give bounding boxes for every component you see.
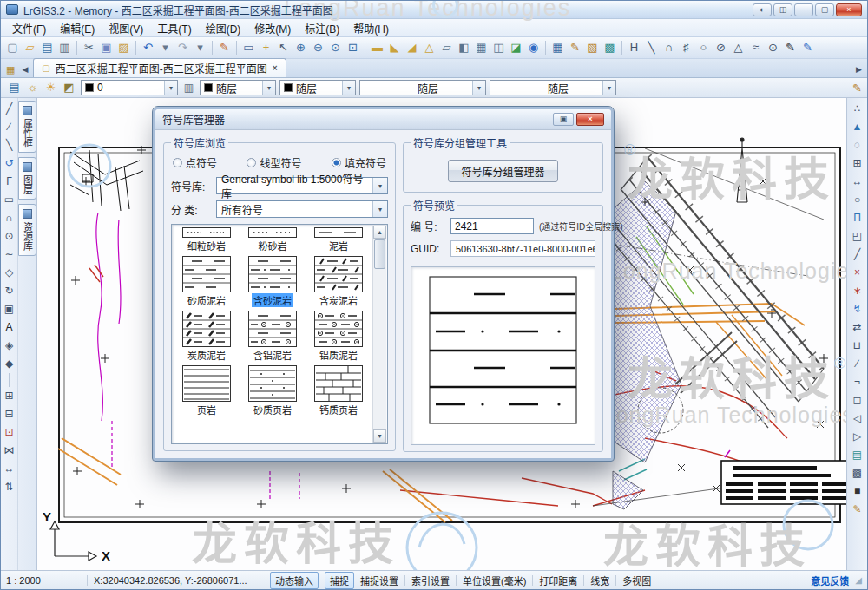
close-button[interactable]: × xyxy=(836,3,862,16)
node-add-icon[interactable]: ⊞ xyxy=(2,387,17,405)
node-swap-icon[interactable]: ⇅ xyxy=(2,478,17,496)
menu-tools[interactable]: 工具(T) xyxy=(151,19,197,37)
document-tab[interactable]: ▢ 西二区采掘工程平面图-西二区采掘工程平面图 × xyxy=(33,58,286,77)
menu-file[interactable]: 文件(F) xyxy=(6,19,52,37)
copy-object-icon[interactable]: ▱ xyxy=(438,40,455,56)
section-tool-icon[interactable]: △ xyxy=(421,40,437,56)
symbol-list[interactable]: 细粒砂岩 粉砂岩 泥岩 xyxy=(171,224,388,444)
pan-icon[interactable]: + xyxy=(258,40,274,56)
dock-tab-resources[interactable]: 资源库 xyxy=(18,204,36,256)
table-icon[interactable]: ▦ xyxy=(549,40,566,56)
swap-direction-icon[interactable]: ⇄ xyxy=(850,318,865,337)
paste-icon[interactable]: ▨ xyxy=(115,40,132,56)
library-combo[interactable]: General symbol lib 1:5000符号库 ▾ xyxy=(216,177,388,194)
rotate-tool-icon[interactable]: ↻ xyxy=(2,282,17,300)
offset-object-icon[interactable]: ◫ xyxy=(490,40,507,56)
open-file-icon[interactable]: ▱ xyxy=(22,40,38,56)
menu-edit[interactable]: 编辑(E) xyxy=(54,19,101,37)
slash-tool-icon[interactable]: ∕ xyxy=(850,355,865,373)
zoom-out-icon[interactable]: ⊖ xyxy=(310,40,326,56)
snap-points-icon[interactable]: ∴ xyxy=(850,100,865,118)
multiview-toggle[interactable]: 多视图 xyxy=(622,574,651,587)
chevron-down-icon[interactable]: ▾ xyxy=(372,178,387,193)
dialog-close-button[interactable]: × xyxy=(576,113,604,126)
corner-tool-icon[interactable]: ¬ xyxy=(850,373,865,391)
cut-icon[interactable]: ✂ xyxy=(81,40,97,56)
chevron-down-icon[interactable]: ▾ xyxy=(372,201,387,217)
chevron-down-icon[interactable]: ▾ xyxy=(472,81,485,95)
index-settings-button[interactable]: 索引设置 xyxy=(411,574,450,587)
symbol-item[interactable]: 含铝泥岩 xyxy=(241,311,304,362)
region-tool-icon[interactable]: ◰ xyxy=(850,227,865,246)
profile-tool-icon[interactable]: ◢ xyxy=(404,40,420,56)
symbol-item[interactable]: 含炭泥岩 xyxy=(307,256,370,307)
scroll-down-icon[interactable]: ▼ xyxy=(373,429,386,442)
dialog-titlebar[interactable]: 符号库管理器 ▣ × xyxy=(155,109,611,130)
draw-rail-icon[interactable]: ♯ xyxy=(678,40,694,56)
rows-tool-icon[interactable]: ▤ xyxy=(850,446,865,464)
maximize-button[interactable]: ▢ xyxy=(815,3,834,16)
rect-hollow-icon[interactable]: ◻ xyxy=(850,391,865,410)
symbol-id-input[interactable] xyxy=(450,218,534,234)
layer-freeze-icon[interactable]: ☀ xyxy=(43,80,59,96)
circle-select-icon[interactable]: ○ xyxy=(850,191,865,209)
tab-scroll-right-icon[interactable]: ▶ xyxy=(854,65,864,77)
undo-options-icon[interactable]: ▾ xyxy=(157,40,174,56)
symbol-item[interactable]: 炭质泥岩 xyxy=(175,311,238,362)
info-icon[interactable]: ◉ xyxy=(525,40,542,56)
window-switch-button[interactable]: ◫ xyxy=(773,3,792,16)
edit-pen-icon[interactable]: ✎ xyxy=(850,501,865,519)
draw-point-icon[interactable]: ⊙ xyxy=(765,40,781,56)
fill-solid-icon[interactable]: ■ xyxy=(850,482,865,501)
zoom-scale-icon[interactable]: ⊡ xyxy=(345,40,361,56)
hatch-solid-icon[interactable]: ◆ xyxy=(2,355,17,373)
radio-line-symbol[interactable]: 线型符号 xyxy=(247,155,301,170)
symbol-item[interactable]: 钙质页岩 xyxy=(307,365,370,416)
gate-tool-icon[interactable]: Π xyxy=(850,209,865,227)
linetype-combo[interactable]: 随层 ▾ xyxy=(359,80,486,95)
object-properties-icon[interactable]: ◪ xyxy=(508,40,524,56)
undo-node-icon[interactable]: ↺ xyxy=(2,154,17,173)
layer-visible-icon[interactable]: ☼ xyxy=(24,80,41,96)
radio-fill-symbol[interactable]: 填充符号 xyxy=(332,155,386,170)
symbol-item[interactable]: 铝质泥岩 xyxy=(307,311,370,362)
symbol-item-selected[interactable]: 含砂泥岩 xyxy=(241,256,304,307)
measure-distance-icon[interactable]: ▬ xyxy=(369,40,385,56)
snap-toggle[interactable]: 捕捉 xyxy=(325,572,354,589)
tab-group-icon[interactable]: ▦ xyxy=(4,64,16,77)
layer-lock-icon[interactable]: ◩ xyxy=(61,80,77,96)
edit-pencil-icon[interactable]: ✎ xyxy=(852,82,862,95)
minimize-button[interactable]: ─ xyxy=(794,3,813,16)
tab-close-icon[interactable]: × xyxy=(273,63,278,73)
symbol-item[interactable]: 页岩 xyxy=(175,365,238,416)
lineweight-combo[interactable]: 随层 ▾ xyxy=(490,80,616,95)
print-icon[interactable]: ▥ xyxy=(56,40,73,56)
ortho-line-icon[interactable]: Γ xyxy=(2,173,17,191)
symbol-item[interactable]: 砂质页岩 xyxy=(241,365,304,416)
redo-icon[interactable]: ↷ xyxy=(174,40,191,56)
chevron-down-icon[interactable]: ▾ xyxy=(342,81,355,95)
feedback-link[interactable]: 意见反馈 xyxy=(811,574,849,587)
window-titlebar[interactable]: LongRuan Technologies LrGIS3.2 - Memory … xyxy=(1,1,867,19)
node-remove-icon[interactable]: ⊟ xyxy=(2,405,17,423)
triangulate-icon[interactable]: ▲ xyxy=(850,118,865,136)
draw-polyline-icon[interactable]: ╲ xyxy=(643,40,660,56)
insert-image-icon[interactable]: ▣ xyxy=(2,300,17,318)
mirror-object-icon[interactable]: ◧ xyxy=(456,40,472,56)
lineweight-toggle[interactable]: 线宽 xyxy=(590,574,609,587)
dynamic-input-toggle[interactable]: 动态输入 xyxy=(270,572,319,589)
grid-tool-icon[interactable]: ⊞ xyxy=(850,154,865,173)
symbol-list-scrollbar[interactable]: ▲ ▼ xyxy=(372,226,386,442)
draw-ellipse-icon[interactable]: ⊘ xyxy=(713,40,729,56)
array-object-icon[interactable]: ▦ xyxy=(473,40,490,56)
layer-combo[interactable]: 0 ▾ xyxy=(81,80,178,95)
fill-dense-icon[interactable]: ▩ xyxy=(850,464,865,482)
chevron-down-icon[interactable]: ▾ xyxy=(164,81,177,95)
slope-line-icon[interactable]: ╱ xyxy=(850,246,865,264)
draw-clock-arc-icon[interactable]: ⊙ xyxy=(2,227,17,246)
node-join-icon[interactable]: ⋈ xyxy=(2,442,17,460)
format-brush-icon[interactable]: ✎ xyxy=(216,40,233,56)
burst-tool-icon[interactable]: ∗ xyxy=(850,282,865,300)
chevron-down-icon[interactable]: ▾ xyxy=(602,81,615,95)
new-file-icon[interactable]: ▢ xyxy=(4,40,21,56)
